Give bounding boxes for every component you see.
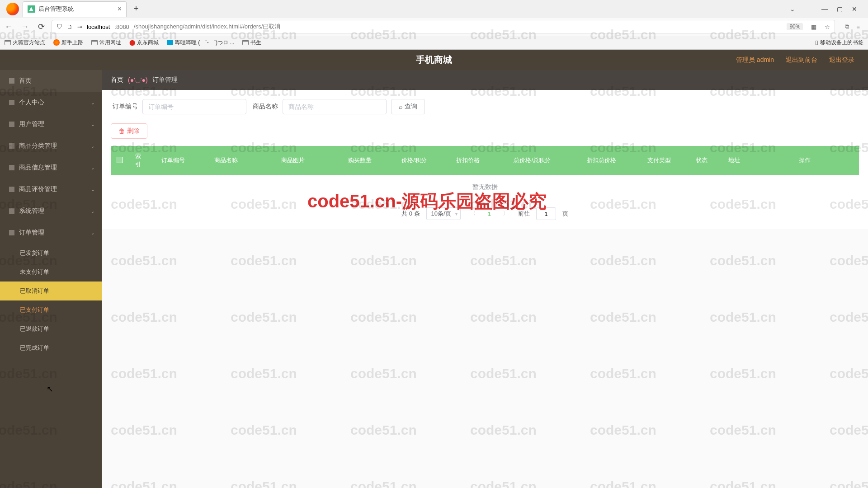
firefox-small-icon <box>53 39 60 46</box>
bookmark-item[interactable]: 书生 <box>242 39 261 47</box>
col-quantity: 购买数量 <box>334 146 386 175</box>
jd-icon: ⬤ <box>129 39 135 46</box>
col-address: 地址 <box>718 146 750 175</box>
tabs-dropdown-icon[interactable]: ⌄ <box>790 5 795 13</box>
user-icon <box>9 100 14 105</box>
menu-icon[interactable]: ≡ <box>856 23 860 30</box>
bookmark-star-icon[interactable]: ☆ <box>825 23 830 30</box>
mobile-bookmarks[interactable]: ▯移动设备上的书签 <box>815 39 863 47</box>
bookmark-item[interactable]: 哔哩哔哩 ( ゜- ゜)つロ ... <box>167 39 234 47</box>
delete-button[interactable]: 🗑删除 <box>111 123 147 139</box>
nav-sub-unpaid[interactable]: 未支付订单 <box>0 263 102 282</box>
pager-current[interactable]: 1 <box>485 211 494 217</box>
col-index: 索引 <box>129 146 147 175</box>
lock-icon[interactable]: 🗋 <box>67 23 73 30</box>
chevron-down-icon: ⌄ <box>91 122 94 127</box>
nav-profile[interactable]: 个人中心⌄ <box>0 92 102 113</box>
content-area: 首页 (●'◡'●) 订单管理 订单编号 商品名称 ⌕查询 🗑删除 索引 <box>102 70 868 488</box>
nav-back-icon[interactable]: ← <box>3 22 14 32</box>
zoom-badge[interactable]: 90% <box>787 23 803 30</box>
logout-button[interactable]: 退出登录 <box>829 56 854 64</box>
vue-favicon-icon <box>28 5 35 13</box>
nav-forward-icon[interactable]: → <box>19 22 31 32</box>
url-field[interactable]: ⛉ 🗋 ⊸ localhost:8080/shoujishangcheng/ad… <box>52 20 835 33</box>
tab-title: 后台管理系统 <box>38 5 114 13</box>
home-icon <box>9 78 14 84</box>
new-tab-button[interactable]: + <box>129 2 143 16</box>
nav-home[interactable]: 首页 <box>0 70 102 92</box>
browser-tab[interactable]: 后台管理系统 × <box>23 1 127 17</box>
folder-icon <box>5 40 11 45</box>
order-id-input[interactable] <box>142 99 246 114</box>
crumb-current: 订单管理 <box>152 76 178 84</box>
pager-goto-prefix: 前往 <box>518 210 530 218</box>
nav-label: 系统管理 <box>19 207 44 215</box>
nav-label: 商品分类管理 <box>19 142 57 150</box>
nav-label: 用户管理 <box>19 120 44 128</box>
nav-sub-cancelled[interactable]: 已取消订单 <box>0 282 102 300</box>
main-panel: 订单编号 商品名称 ⌕查询 🗑删除 索引 订单编号 商品名称 商品图片 <box>102 90 868 229</box>
page-size-select[interactable]: 10条/页 <box>426 207 461 220</box>
bookmark-item[interactable]: 火狐官方站点 <box>5 39 45 47</box>
nav-label: 商品信息管理 <box>19 164 57 172</box>
chevron-down-icon: ⌄ <box>91 100 94 105</box>
bilibili-icon <box>167 40 173 45</box>
nav-label: 首页 <box>19 77 32 85</box>
nav-reviews[interactable]: 商品评价管理⌄ <box>0 178 102 200</box>
shield-icon[interactable]: ⛉ <box>57 23 62 30</box>
pager-total: 共 0 条 <box>401 210 420 218</box>
nav-users[interactable]: 用户管理⌄ <box>0 113 102 135</box>
col-checkbox[interactable] <box>111 146 129 175</box>
sidebar: 首页 个人中心⌄ 用户管理⌄ 商品分类管理⌄ 商品信息管理⌄ 商品评价管理⌄ 系… <box>0 70 102 488</box>
orders-table: 索引 订单编号 商品名称 商品图片 购买数量 价格/积分 折扣价格 总价格/总积… <box>111 146 859 199</box>
maximize-icon[interactable]: ▢ <box>837 5 843 13</box>
pagination: 共 0 条 10条/页 〈 1 〉 前往 页 <box>111 207 859 220</box>
extension-icon[interactable]: ⧉ <box>845 23 849 30</box>
nav-category[interactable]: 商品分类管理⌄ <box>0 135 102 157</box>
minimize-icon[interactable]: — <box>821 5 828 13</box>
nav-label: 个人中心 <box>19 99 44 107</box>
bookmark-item[interactable]: 新手上路 <box>53 39 83 47</box>
close-window-icon[interactable]: ✕ <box>852 5 857 13</box>
product-name-input[interactable] <box>283 99 387 114</box>
order-icon <box>9 230 14 235</box>
bookmark-item[interactable]: ⬤京东商城 <box>129 39 159 47</box>
nav-system[interactable]: 系统管理⌄ <box>0 200 102 222</box>
admin-label[interactable]: 管理员 admin <box>736 56 774 64</box>
nav-label: 订单管理 <box>19 229 44 237</box>
users-icon <box>9 122 14 127</box>
checkbox-icon[interactable] <box>117 157 123 163</box>
permissions-icon[interactable]: ⊸ <box>77 23 82 30</box>
delete-button-label: 删除 <box>127 127 140 135</box>
crumb-home[interactable]: 首页 <box>111 76 123 84</box>
pager-prev-icon[interactable]: 〈 <box>467 210 479 218</box>
url-path: /shoujishangcheng/admin/dist/index.html#… <box>134 23 280 31</box>
col-discount-price: 折扣价格 <box>442 146 494 175</box>
nav-sub-refunded[interactable]: 已退款订单 <box>0 319 102 338</box>
address-bar: ← → ⟳ ⛉ 🗋 ⊸ localhost:8080/shoujishangch… <box>0 18 868 36</box>
nav-reload-icon[interactable]: ⟳ <box>35 22 47 32</box>
app-header: 手机商城 管理员 admin 退出到前台 退出登录 <box>0 50 868 70</box>
search-button[interactable]: ⌕查询 <box>391 99 425 114</box>
qr-icon[interactable]: ▦ <box>811 23 816 30</box>
search-button-label: 查询 <box>405 103 417 111</box>
bookmark-bar: 火狐官方站点 新手上路 常用网址 ⬤京东商城 哔哩哔哩 ( ゜- ゜)つロ ..… <box>0 36 868 49</box>
nav-product-info[interactable]: 商品信息管理⌄ <box>0 157 102 178</box>
pager-next-icon[interactable]: 〉 <box>500 210 512 218</box>
col-actions: 操作 <box>750 146 859 175</box>
gear-icon <box>9 208 14 214</box>
pager-goto-input[interactable] <box>536 207 556 220</box>
bookmark-item[interactable]: 常用网址 <box>91 39 121 47</box>
col-order-id: 订单编号 <box>147 146 199 175</box>
product-name-label: 商品名称 <box>253 103 278 111</box>
nav-sub-paid[interactable]: 已支付订单 <box>0 300 102 319</box>
search-icon: ⌕ <box>399 103 402 110</box>
col-pay-type: 支付类型 <box>633 146 685 175</box>
nav-sub-completed[interactable]: 已完成订单 <box>0 338 102 357</box>
firefox-icon <box>6 3 19 15</box>
to-front-button[interactable]: 退出到前台 <box>786 56 817 64</box>
nav-orders[interactable]: 订单管理⌄ <box>0 222 102 244</box>
col-product-name: 商品名称 <box>199 146 252 175</box>
tab-close-icon[interactable]: × <box>118 5 122 13</box>
nav-sub-shipped[interactable]: 已发货订单 <box>0 244 102 263</box>
